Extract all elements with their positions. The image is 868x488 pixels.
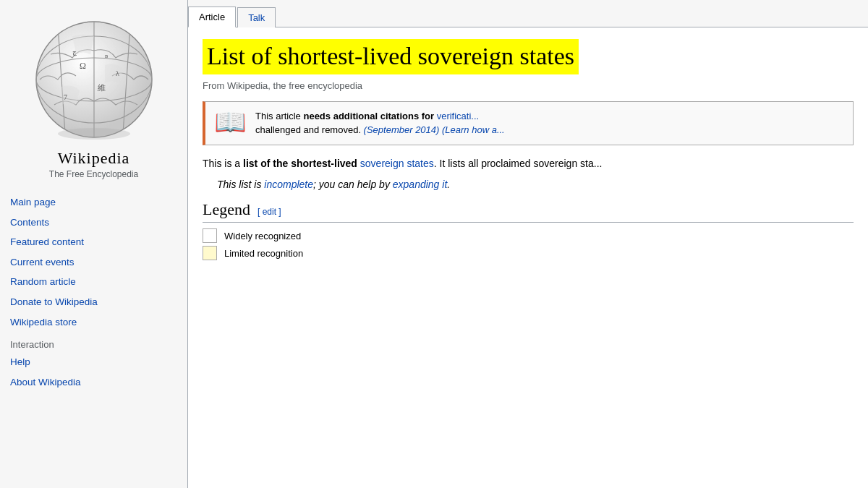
expanding-link[interactable]: expanding it xyxy=(393,179,448,190)
sidebar-item-featured-content[interactable]: Featured content xyxy=(10,232,177,252)
sidebar-item-main-page[interactable]: Main page xyxy=(10,192,177,213)
citation-text: This article needs additional citations … xyxy=(255,109,505,137)
body-text-before: This is a xyxy=(203,158,243,169)
article-body-paragraph: This is a list of the shortest-lived sov… xyxy=(203,155,854,171)
sidebar-item-about[interactable]: About Wikipedia xyxy=(10,372,177,393)
sidebar-item-wikipedia-store[interactable]: Wikipedia store xyxy=(10,312,177,333)
svg-text:Ω: Ω xyxy=(80,61,86,71)
sidebar: Ω 維 7 λ ج в Wikipedia The Free Encyclope… xyxy=(0,0,188,488)
sidebar-item-donate[interactable]: Donate to Wikipedia xyxy=(10,292,177,312)
sidebar-navigation: Main page Contents Featured content Curr… xyxy=(0,192,187,392)
sovereign-states-link[interactable]: sovereign states xyxy=(360,158,434,169)
legend-label-widely: Widely recognized xyxy=(224,231,301,241)
article-content-area: List of shortest-lived sovereign states … xyxy=(188,27,868,488)
article-title: List of shortest-lived sovereign states xyxy=(203,39,579,74)
citation-box: 📖 This article needs additional citation… xyxy=(203,101,854,145)
svg-text:7: 7 xyxy=(64,93,67,101)
legend-item-limited-recognition: Limited recognition xyxy=(203,246,854,260)
legend-box-white xyxy=(203,228,217,243)
sidebar-item-current-events[interactable]: Current events xyxy=(10,252,177,273)
legend-heading: Legend [ edit ] xyxy=(203,200,854,223)
legend-section: Legend [ edit ] Widely recognized Limite… xyxy=(203,200,854,260)
tab-article[interactable]: Article xyxy=(188,7,236,27)
incomplete-link[interactable]: incomplete xyxy=(264,179,313,190)
legend-item-widely-recognized: Widely recognized xyxy=(203,228,854,243)
svg-text:ج: ج xyxy=(72,48,77,56)
article-tabs: Article Talk xyxy=(188,0,868,27)
citation-date: (September 2014) xyxy=(364,124,440,135)
logo-area: Ω 維 7 λ ج в Wikipedia The Free Encyclope… xyxy=(22,7,166,192)
book-question-icon: 📖 xyxy=(214,109,247,135)
italic-before: This list is xyxy=(217,179,264,190)
legend-label-limited: Limited recognition xyxy=(224,248,303,259)
italic-middle: ; you can help by xyxy=(313,179,393,190)
sidebar-item-help[interactable]: Help xyxy=(10,352,177,372)
citation-bold-text: needs additional citations for xyxy=(303,111,436,121)
wikipedia-title: Wikipedia xyxy=(58,149,130,168)
article-source-line: From Wikipedia, the free encyclopedia xyxy=(203,80,854,91)
svg-text:維: 維 xyxy=(97,83,106,92)
interaction-section-label: Interaction xyxy=(10,332,177,352)
citation-learn-link: (Learn how a... xyxy=(442,124,505,135)
body-text-after: . It lists all proclaimed sovereign sta.… xyxy=(434,158,603,169)
citation-text-before: This article xyxy=(255,111,303,121)
svg-point-13 xyxy=(58,128,130,140)
article-incomplete-notice: This list is incomplete; you can help by… xyxy=(217,179,854,190)
main-content: Article Talk List of shortest-lived sove… xyxy=(188,0,868,488)
italic-end: . xyxy=(447,179,450,190)
svg-text:λ: λ xyxy=(116,69,119,77)
sidebar-item-contents[interactable]: Contents xyxy=(10,213,177,233)
tab-talk[interactable]: Talk xyxy=(237,7,276,27)
legend-box-yellow xyxy=(203,246,217,260)
citation-verification-link[interactable]: verificati... xyxy=(437,111,480,121)
svg-text:в: в xyxy=(105,52,108,59)
wikipedia-globe-icon: Ω 維 7 λ ج в xyxy=(29,14,159,145)
legend-edit: [ edit ] xyxy=(258,207,281,217)
body-bold-text: list of the shortest-lived xyxy=(243,158,360,169)
legend-heading-text: Legend xyxy=(203,200,250,219)
citation-text-after: challenged and removed. xyxy=(255,124,364,135)
sidebar-item-random-article[interactable]: Random article xyxy=(10,272,177,292)
wikipedia-subtitle: The Free Encyclopedia xyxy=(49,169,138,179)
legend-edit-link[interactable]: [ edit ] xyxy=(258,207,281,217)
